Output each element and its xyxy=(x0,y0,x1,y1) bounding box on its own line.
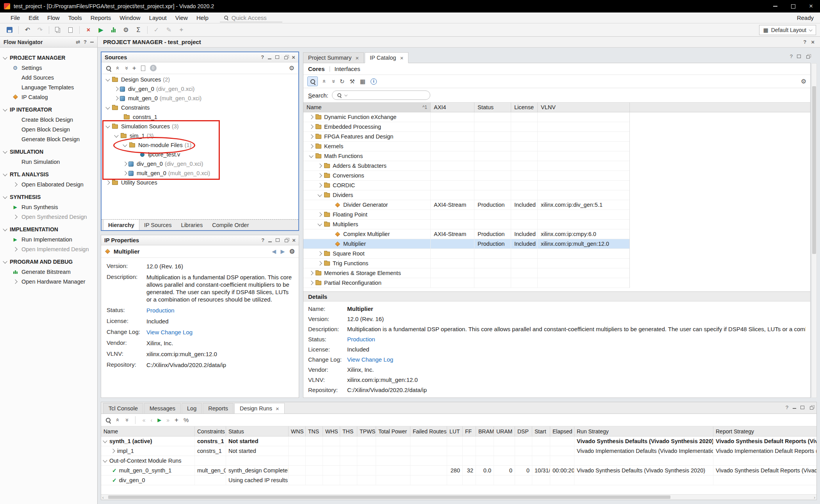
column-failed-routes[interactable]: Failed Routes xyxy=(410,426,447,436)
chevron-right-icon[interactable] xyxy=(123,171,127,175)
details-header[interactable]: Details xyxy=(303,291,810,302)
close-panel-icon[interactable]: × xyxy=(292,54,295,60)
step-back-icon[interactable]: ‹ xyxy=(150,417,152,423)
column-constraints[interactable]: Constraints xyxy=(195,426,226,436)
tab-tcl-console[interactable]: Tcl Console xyxy=(103,403,143,413)
tree-row-mult-gen-0[interactable]: mult_gen_0 (mult_gen_0.xci) xyxy=(102,94,298,103)
chevron-right-icon[interactable] xyxy=(317,163,322,168)
column-ff[interactable]: FF xyxy=(463,426,476,436)
flownav-item-open-synthesized-design[interactable]: Open Synthesized Design xyxy=(0,212,97,222)
tab-ip-catalog[interactable]: IP Catalog × xyxy=(365,52,408,63)
create-runs-icon[interactable]: + xyxy=(175,416,178,424)
column-axi4[interactable]: AXI4 xyxy=(431,103,474,112)
back-icon[interactable]: ◀ xyxy=(272,248,276,254)
search-toggle-button[interactable] xyxy=(307,76,318,86)
help-icon[interactable]: ? xyxy=(786,405,788,410)
chevron-right-icon[interactable] xyxy=(317,261,322,265)
gear-icon[interactable]: ⚙ xyxy=(289,248,295,255)
column-vlnv[interactable]: VLNV xyxy=(538,103,630,112)
redo-button[interactable]: ↷ xyxy=(34,25,46,35)
flownav-item-open-elaborated-design[interactable]: Open Elaborated Design xyxy=(0,179,97,189)
change-log-link[interactable]: View Change Log xyxy=(146,328,293,336)
menu-file[interactable]: File xyxy=(6,12,24,23)
window-maximize-button[interactable] xyxy=(784,0,802,12)
horizontal-scrollbar[interactable]: ‹ › xyxy=(101,494,816,500)
reset-runs-icon[interactable]: « xyxy=(143,417,146,423)
catalog-row[interactable]: Dynamic Function eXchange xyxy=(303,112,629,122)
chevron-down-icon[interactable] xyxy=(114,133,118,137)
scroll-left-icon[interactable]: ‹ xyxy=(102,495,104,500)
search-icon[interactable] xyxy=(105,417,111,423)
percentage-icon[interactable]: % xyxy=(184,417,189,423)
column-status[interactable]: Status xyxy=(474,103,511,112)
tree-row-simulation-sources[interactable]: Simulation Sources (3) xyxy=(102,122,298,131)
flownav-item-language-templates[interactable]: Language Templates xyxy=(0,82,97,92)
tree-row-utility-sources[interactable]: Utility Sources xyxy=(102,178,298,187)
close-icon[interactable]: × xyxy=(811,39,815,45)
menu-tools[interactable]: Tools xyxy=(64,12,86,23)
flownav-item-generate-block-design[interactable]: Generate Block Design xyxy=(0,134,97,144)
status-link[interactable]: Production xyxy=(146,307,293,314)
gear-icon[interactable]: ⚙ xyxy=(289,64,294,72)
wand-button[interactable]: ✦ xyxy=(176,25,187,35)
column-wns[interactable]: WNS xyxy=(289,426,306,436)
edit-button[interactable]: ✎ xyxy=(163,25,175,35)
reports-button[interactable] xyxy=(108,25,119,35)
expand-all-icon[interactable]: « xyxy=(330,80,336,83)
settings-button[interactable]: ⚙ xyxy=(120,25,132,35)
flownav-section-project-manager[interactable]: PROJECT MANAGER xyxy=(0,53,97,63)
menu-help[interactable]: Help xyxy=(192,12,213,23)
flownav-item-create-block-design[interactable]: Create Block Design xyxy=(0,115,97,124)
close-panel-icon[interactable]: × xyxy=(292,237,296,243)
catalog-row[interactable]: Kernels xyxy=(303,142,629,151)
catalog-row-multiplier-selected[interactable]: Multiplier ProductionIncludedxilinx.com:… xyxy=(303,239,629,249)
chevron-right-icon[interactable] xyxy=(123,161,127,166)
info-icon[interactable]: i xyxy=(371,78,377,85)
catalog-row[interactable]: Floating Point xyxy=(303,210,629,220)
dock-icon[interactable]: ⇄ xyxy=(76,39,80,45)
subtab-interfaces[interactable]: Interfaces xyxy=(335,66,360,72)
help-icon[interactable]: ? xyxy=(261,54,264,60)
tree-row-sim-mult-gen-0[interactable]: mult_gen_0 (mult_gen_0.xci) xyxy=(102,169,298,178)
column-lut[interactable]: LUT xyxy=(447,426,463,436)
copy-button[interactable] xyxy=(52,25,64,35)
chevron-down-icon[interactable] xyxy=(317,192,322,197)
run-row-div-gen-0[interactable]: ✓div_gen_0 Using cached IP results xyxy=(101,476,816,485)
run-row-out-of-context-group[interactable]: Out-of-Context Module Runs xyxy=(101,456,816,466)
catalog-row[interactable]: Math Functions xyxy=(303,151,629,161)
minimize-panel-icon[interactable] xyxy=(268,241,272,242)
vertical-scrollbar[interactable] xyxy=(811,63,817,398)
column-uram[interactable]: URAM xyxy=(494,426,515,436)
tab-ip-sources[interactable]: IP Sources xyxy=(139,220,176,230)
tab-reports[interactable]: Reports xyxy=(203,403,234,413)
close-tab-icon[interactable]: × xyxy=(400,55,403,61)
flownav-section-rtl-analysis[interactable]: RTL ANALYSIS xyxy=(0,169,97,179)
chevron-right-icon[interactable] xyxy=(317,251,322,256)
run-row-impl-1[interactable]: impl_1 constrs_1 Not started Vivado Impl… xyxy=(101,446,816,456)
scrollbar-thumb[interactable] xyxy=(108,495,670,499)
tab-compile-order[interactable]: Compile Order xyxy=(207,220,253,230)
column-elapsed[interactable]: Elapsed xyxy=(550,426,574,436)
subtab-cores[interactable]: Cores xyxy=(308,66,325,72)
tab-project-summary[interactable]: Project Summary × xyxy=(303,52,364,63)
flownav-item-run-implementation[interactable]: ▶ Run Implementation xyxy=(0,234,97,244)
tree-row-non-module-files[interactable]: Non-module Files (1) xyxy=(102,140,298,150)
tab-hierarchy[interactable]: Hierarchy xyxy=(103,220,139,230)
minimize-panel-icon[interactable] xyxy=(793,408,796,409)
menu-layout[interactable]: Layout xyxy=(145,12,171,23)
help-icon[interactable]: ? xyxy=(803,39,806,45)
chevron-right-icon[interactable] xyxy=(309,144,313,148)
maximize-panel-icon[interactable] xyxy=(276,238,280,242)
float-panel-icon[interactable] xyxy=(806,55,810,59)
flownav-section-ip-integrator[interactable]: IP INTEGRATOR xyxy=(0,105,97,115)
chevron-right-icon[interactable] xyxy=(317,183,322,187)
scrollbar-thumb[interactable] xyxy=(812,86,816,254)
search-icon[interactable] xyxy=(105,65,112,71)
tab-libraries[interactable]: Libraries xyxy=(176,220,208,230)
menu-flow[interactable]: Flow xyxy=(43,12,64,23)
tree-row-sim-1[interactable]: sim_1 (3) xyxy=(102,131,298,140)
minimize-panel-icon[interactable] xyxy=(268,59,271,59)
column-name[interactable]: Name ^1 xyxy=(303,103,431,112)
flownav-item-open-block-design[interactable]: Open Block Design xyxy=(0,124,97,134)
maximize-panel-icon[interactable] xyxy=(800,406,804,409)
